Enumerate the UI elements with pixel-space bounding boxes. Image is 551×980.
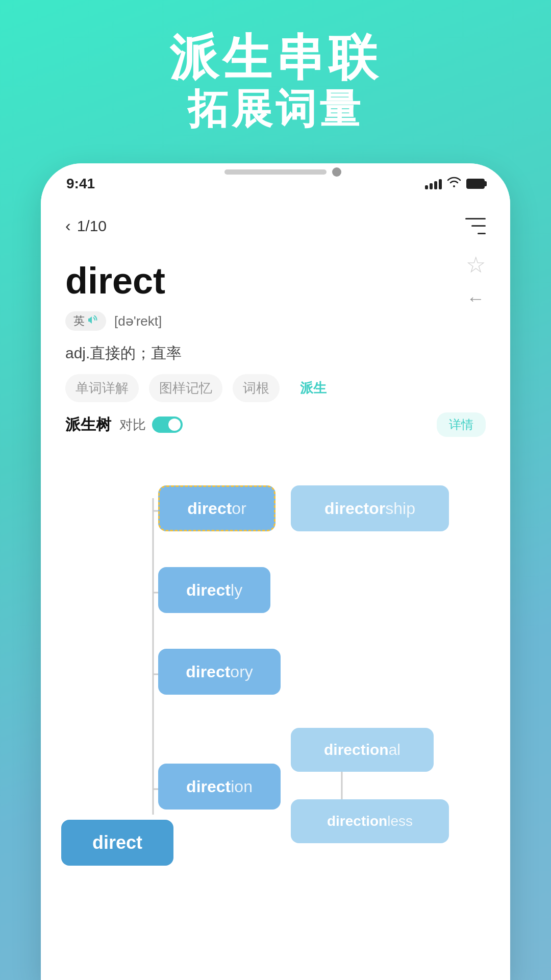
node-directly[interactable]: directly	[158, 567, 270, 613]
node-directional[interactable]: directional	[291, 728, 434, 772]
compare-label: 对比	[119, 416, 146, 434]
nav-left: ‹ 1/10	[65, 216, 107, 235]
page-counter: 1/10	[77, 217, 107, 235]
word-header: direct ☆ ← 英 [də're	[41, 243, 510, 335]
derivative-tree: direct director directorship directly di…	[41, 437, 510, 896]
clock: 9:41	[66, 176, 95, 192]
node-direction[interactable]: direction	[158, 764, 281, 810]
bookmark-star-icon[interactable]: ☆	[466, 252, 486, 278]
tab-root[interactable]: 词根	[233, 374, 280, 402]
battery-icon	[466, 179, 485, 189]
word-title: direct	[65, 260, 165, 302]
status-icons	[425, 177, 485, 191]
phonetic-text: [də'rekt]	[114, 313, 162, 329]
node-director[interactable]: director	[158, 485, 276, 531]
phone-frame: 9:41 ‹ 1/10	[41, 163, 510, 980]
wifi-icon	[447, 177, 461, 191]
language-label: 英	[73, 313, 85, 329]
tab-word-detail[interactable]: 单词详解	[65, 374, 139, 402]
tree-header: 派生树 对比 详情	[41, 402, 510, 437]
node-directionless[interactable]: directionless	[291, 799, 449, 843]
header-line1: 派生串联	[0, 31, 551, 85]
detail-button[interactable]: 详情	[437, 412, 486, 437]
top-navigation: ‹ 1/10	[41, 204, 510, 243]
pronunciation-row: 英 [də'rekt]	[65, 311, 486, 331]
tab-image-memory[interactable]: 图样记忆	[149, 374, 222, 402]
word-main-row: direct ☆ ←	[65, 252, 486, 309]
compare-toggle[interactable]	[152, 416, 183, 433]
header-section: 派生串联 拓展词量	[0, 31, 551, 134]
node-director-root: direct	[187, 499, 232, 518]
tree-label: 派生树	[65, 414, 111, 435]
node-directory[interactable]: directory	[158, 649, 281, 695]
sound-icon[interactable]	[88, 314, 98, 328]
signal-icon	[425, 178, 442, 189]
app-content: ‹ 1/10 direct ☆ ← 英	[41, 204, 510, 980]
filter-icon[interactable]	[465, 218, 486, 234]
language-badge[interactable]: 英	[65, 311, 106, 331]
header-line2: 拓展词量	[0, 85, 551, 134]
tabs-bar: 单词详解 图样记忆 词根 派生	[41, 364, 510, 402]
back-arrow-icon[interactable]: ←	[467, 288, 485, 309]
tab-derivative[interactable]: 派生	[290, 374, 337, 402]
node-directorship[interactable]: directorship	[291, 485, 449, 531]
word-definition: adj.直接的；直率	[41, 343, 510, 364]
back-chevron-icon[interactable]: ‹	[65, 216, 71, 235]
status-bar: 9:41	[41, 163, 510, 204]
node-direct[interactable]: direct	[61, 820, 173, 866]
